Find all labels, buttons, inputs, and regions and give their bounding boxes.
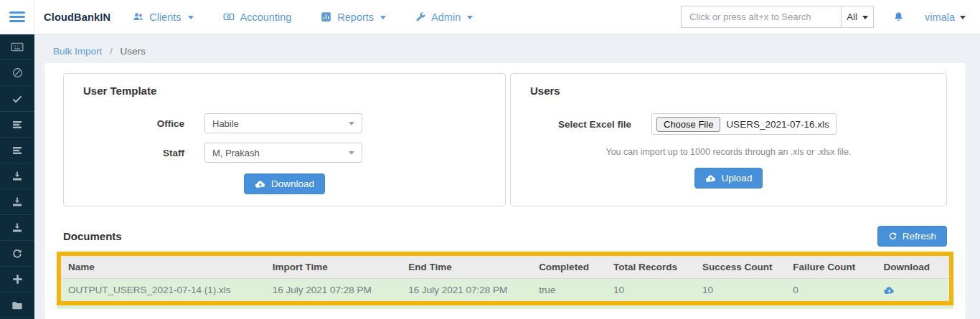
- panel-title: User Template: [83, 85, 505, 97]
- keyboard-icon: [11, 42, 24, 52]
- button-label: Refresh: [903, 231, 936, 242]
- main-content: Bulk Import / Users User Template Office…: [34, 34, 980, 319]
- user-template-panel: User Template Office Habile Staff M, Pra…: [63, 73, 506, 206]
- cell-failure-count: 0: [786, 279, 876, 302]
- col-success-count: Success Count: [695, 256, 786, 279]
- sidebar-item-approvals[interactable]: [0, 86, 34, 112]
- cell-name: OUTPUT_USERS_2021-07-14 (1).xls: [61, 279, 265, 302]
- sidebar-item-dashboard[interactable]: [0, 60, 34, 86]
- cloud-download-icon: [883, 285, 942, 295]
- col-total-records: Total Records: [606, 256, 695, 279]
- search-scope-label: All: [847, 11, 857, 22]
- page-card: User Template Office Habile Staff M, Pra…: [44, 63, 966, 319]
- select-excel-file-label: Select Excel file: [511, 119, 651, 130]
- col-import-time: Import Time: [265, 256, 401, 279]
- sidebar-item-import-2[interactable]: [0, 189, 34, 215]
- download-template-button[interactable]: Download: [244, 173, 325, 194]
- nav-item-reports[interactable]: Reports: [320, 11, 386, 23]
- office-select[interactable]: Habile: [204, 113, 362, 133]
- chart-icon: [320, 11, 332, 23]
- sidebar-item-add[interactable]: [0, 267, 34, 292]
- breadcrumb-link-bulk-import[interactable]: Bulk Import: [53, 46, 102, 57]
- search-input[interactable]: [681, 6, 842, 28]
- download-icon: [11, 222, 23, 233]
- nav-label: Reports: [337, 11, 374, 23]
- nav-item-clients[interactable]: Clients: [132, 11, 193, 23]
- tasks-icon: [11, 120, 23, 130]
- staff-select[interactable]: M, Prakash: [204, 143, 362, 163]
- import-helper-text: You can import up to 1000 records throug…: [511, 147, 946, 157]
- main-nav: Clients Accounting Reports Admin: [132, 11, 473, 23]
- sidebar-toggle-button[interactable]: [0, 0, 34, 34]
- global-search: All: [681, 6, 874, 28]
- search-scope-dropdown[interactable]: All: [841, 6, 874, 28]
- selected-file-name: USERS_2021-07-16.xls: [726, 119, 829, 130]
- breadcrumb: Bulk Import / Users: [53, 46, 980, 57]
- nav-label: Accounting: [240, 11, 292, 23]
- sidebar-item-documents[interactable]: [0, 292, 34, 318]
- download-icon: [11, 171, 23, 181]
- plus-icon: [12, 274, 23, 285]
- col-failure-count: Failure Count: [786, 256, 876, 279]
- sidebar-item-import-3[interactable]: [0, 215, 34, 241]
- sidebar-item-import-1[interactable]: [0, 163, 34, 189]
- nav-item-admin[interactable]: Admin: [415, 11, 473, 23]
- chevron-down-icon: [349, 151, 354, 155]
- sidebar-item-tasks-2[interactable]: [0, 138, 34, 163]
- chevron-down-icon: [467, 16, 473, 19]
- hamburger-icon: [9, 9, 25, 24]
- chevron-down-icon: [380, 16, 386, 19]
- cell-success-count: 10: [695, 279, 786, 302]
- users-icon: [132, 11, 144, 23]
- documents-title: Documents: [63, 230, 122, 242]
- annotation-highlight-box: Name Import Time End Time Completed Tota…: [57, 252, 953, 305]
- nav-item-accounting[interactable]: Accounting: [222, 11, 292, 23]
- chevron-down-icon: [188, 16, 194, 19]
- sidebar-item-refresh[interactable]: [0, 241, 34, 267]
- nav-label: Admin: [431, 11, 461, 23]
- cell-import-time: 16 July 2021 07:28 PM: [265, 279, 401, 302]
- chevron-down-icon: [349, 122, 354, 125]
- button-label: Download: [271, 178, 314, 189]
- chevron-down-icon: [960, 16, 966, 19]
- download-file-button[interactable]: [876, 279, 949, 302]
- cash-icon: [222, 11, 235, 23]
- col-completed: Completed: [532, 256, 606, 279]
- col-download: Download: [876, 256, 949, 279]
- col-name: Name: [61, 256, 265, 279]
- app-logo[interactable]: CloudBankIN: [44, 11, 110, 23]
- cloud-download-icon: [255, 179, 266, 189]
- col-end-time: End Time: [401, 256, 532, 279]
- refresh-button[interactable]: Refresh: [877, 226, 947, 247]
- table-header-row: Name Import Time End Time Completed Tota…: [61, 256, 949, 279]
- user-menu[interactable]: vimala: [925, 11, 966, 23]
- file-input[interactable]: Choose File USERS_2021-07-16.xls: [651, 113, 837, 135]
- staff-selected-value: M, Prakash: [212, 148, 260, 158]
- documents-table: Name Import Time End Time Completed Tota…: [61, 256, 949, 301]
- check-icon: [11, 94, 23, 104]
- sidebar-item-keyboard[interactable]: [0, 34, 34, 60]
- refresh-icon: [11, 248, 23, 260]
- cell-total-records: 10: [606, 279, 695, 302]
- choose-file-button[interactable]: Choose File: [656, 117, 720, 132]
- refresh-icon: [888, 232, 897, 241]
- cloud-upload-icon: [705, 173, 717, 183]
- cell-completed: true: [532, 279, 606, 302]
- left-sidebar: [0, 34, 34, 319]
- nav-label: Clients: [149, 11, 181, 23]
- folder-icon: [11, 300, 23, 310]
- compass-icon: [11, 67, 24, 79]
- users-panel: Users Select Excel file Choose File USER…: [510, 73, 947, 206]
- notifications-button[interactable]: [892, 11, 905, 24]
- office-selected-value: Habile: [212, 118, 239, 129]
- chevron-down-icon: [862, 16, 868, 19]
- username: vimala: [925, 11, 955, 23]
- breadcrumb-separator: /: [110, 46, 113, 57]
- wrench-icon: [415, 11, 426, 23]
- upload-button[interactable]: Upload: [694, 168, 763, 189]
- download-icon: [11, 196, 23, 207]
- sidebar-item-tasks-1[interactable]: [0, 112, 34, 138]
- button-label: Upload: [722, 173, 753, 184]
- table-row-overflow: [57, 305, 953, 309]
- breadcrumb-current: Users: [121, 46, 146, 57]
